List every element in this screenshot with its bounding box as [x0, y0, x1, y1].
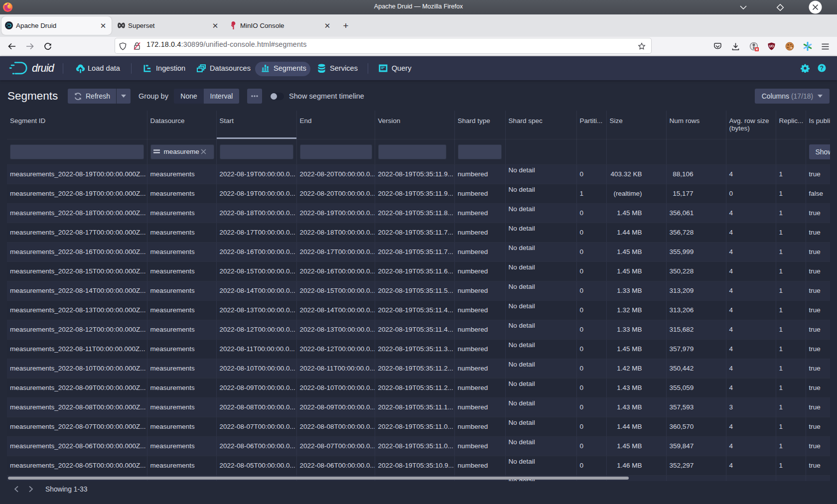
svg-text:?: ?	[820, 65, 824, 72]
svg-text:UO: UO	[769, 44, 774, 48]
